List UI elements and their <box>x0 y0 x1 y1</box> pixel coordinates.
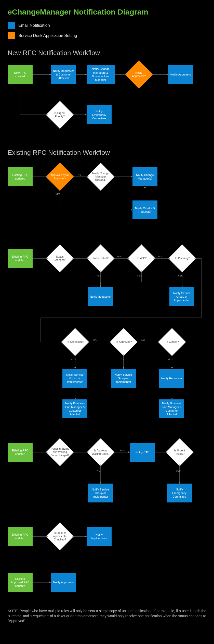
node-notify-req-cust: Notify Requester & Customer Affected <box>51 65 76 84</box>
node-notify-approvers-q: Notify Approvers? <box>125 60 153 89</box>
node-notify-cms: Notify Change Manager(s) <box>132 167 157 186</box>
node-to-planning-label: To Planning? <box>172 257 192 260</box>
node-notify-impl: Notify Implementer <box>87 527 112 546</box>
node-notify-sg-impl-c: Notify Service Group or Implementer <box>88 484 113 502</box>
node-to-approved: To Approved? <box>110 328 138 356</box>
node-to-closed: To Closed? <box>158 328 186 356</box>
label-yes-b5: YES <box>119 358 124 361</box>
node-notify-emergency-c: Notify Emergency Committee <box>167 484 192 502</box>
node-to-rejected-label: To Rejected? <box>91 257 110 260</box>
node-to-rejected: To Rejected? <box>87 244 115 272</box>
node-is-approval-code-label: Is Approval Waiting Code? <box>91 449 110 456</box>
node-email-impl-checked: Is Email to Implementer Checked? <box>46 522 74 550</box>
node-is-urgent-c: Is Urgent Priority? <box>166 438 194 466</box>
node-approved-all: Approved by all Approvers <box>46 163 74 191</box>
node-notify-approvers-e: Notify Approvers <box>51 573 76 592</box>
label-yes-b6: YES <box>168 358 173 361</box>
label-yes-c2: YES <box>176 470 181 472</box>
node-notify-requester-1: Notify Requester <box>88 287 113 306</box>
node-notify-creator-req: Notify Creator & Requester <box>132 200 157 219</box>
node-is-urgent-label: Is Urgent Priority? <box>50 111 70 118</box>
node-notify-approvers-q-label: Notify Approvers? <box>129 71 149 78</box>
page-title: eChangeManager Notification Diagram <box>8 8 206 16</box>
node-notify-approvers: Notify Approvers <box>168 65 193 84</box>
label-yes-b4: YES <box>71 358 76 361</box>
label-yes-b1: YES <box>96 274 101 277</box>
footnote: NOTE: People who have multiple roles wil… <box>8 609 206 624</box>
legend-email-label: Email Notification <box>18 23 50 28</box>
node-to-planning: To Planning? <box>168 244 196 272</box>
label-no-b4: NO <box>141 339 145 342</box>
node-notify-sg-impl-2: Notify Service Group or Implementer <box>62 369 87 388</box>
node-notify-sg-impl-1: Notify Service Group or Implementer <box>169 287 194 306</box>
swatch-blue-icon <box>8 22 15 29</box>
section-new-rfc: New RFC Notification Workflow <box>8 49 206 57</box>
node-existing-approved-updated: Existing Approved RFC updated <box>8 573 33 592</box>
node-existing-updated-c: Existing RFC updated <box>8 443 33 462</box>
node-is-urgent-c-label: Is Urgent Priority? <box>170 449 189 456</box>
label-yes-1: YES <box>56 193 61 195</box>
node-to-approved-label: To Approved? <box>114 340 133 344</box>
node-to-scheduled-label: To Scheduled? <box>65 340 85 344</box>
node-pending-changed: Pending Status and Waiting Code changed? <box>46 438 74 466</box>
node-notify-blm-cust-2: Notify Business Line Manager & Customer … <box>159 399 184 418</box>
node-status-changed: Status Changed? <box>46 244 74 272</box>
label-yes-c1: YES <box>120 449 125 452</box>
node-notify-cab: Notify CAB <box>130 443 155 462</box>
node-is-approval-code: Is Approval Waiting Code? <box>87 438 115 466</box>
node-existing-updated-d: Existing RFC updated <box>8 527 33 546</box>
node-email-impl-checked-label: Is Email to Implementer Checked? <box>50 531 70 541</box>
node-status-changed-label: Status Changed? <box>50 255 70 262</box>
label-yes-b2: YES <box>137 274 142 277</box>
node-approved-all-label: Approved by all Approvers <box>50 173 70 180</box>
node-existing-updated-a: Existing RFC updated <box>8 167 33 186</box>
label-no-b3: NO <box>93 339 97 342</box>
node-to-wip: To WIP? <box>127 244 155 272</box>
node-to-wip-label: To WIP? <box>132 257 151 260</box>
node-notify-cm-blm: Notify Change Managers & Business Line M… <box>87 65 115 84</box>
swatch-orange-icon <box>8 32 15 39</box>
node-is-urgent: Is Urgent Priority? <box>46 101 74 129</box>
node-pending-changed-label: Pending Status and Waiting Code changed? <box>50 447 70 457</box>
node-notify-sg-impl-3: Notify Service Group or Implementer <box>111 369 136 388</box>
node-notify-cm-checked-label: Notify Change Manager checked? <box>91 172 110 182</box>
node-notify-cm-checked: Notify Change Manager checked? <box>87 163 115 191</box>
label-yes-b3: YES <box>178 274 183 277</box>
legend-email: Email Notification <box>8 22 206 29</box>
label-no-b2: NO <box>158 255 162 258</box>
legend-setting-label: Service Desk Application Setting <box>18 33 77 38</box>
node-to-closed-label: To Closed? <box>162 340 182 344</box>
label-no-c1: NO <box>97 470 101 472</box>
label-no-1: NO <box>78 174 82 176</box>
section-existing-rfc: Existing RFC Notification Workflow <box>8 149 206 157</box>
node-existing-updated-b: Existing RFC updated <box>8 249 33 268</box>
legend-setting: Service Desk Application Setting <box>8 32 206 39</box>
node-new-rfc-created: New RFC created <box>8 65 33 84</box>
node-notify-emergency: Notify Emergency Committee <box>87 105 112 124</box>
node-notify-requester-2: Notify Requester <box>159 369 184 388</box>
node-to-scheduled: To Scheduled? <box>61 328 89 356</box>
node-notify-blm-cust-1: Notify Business Line Manager & Customer … <box>62 399 87 418</box>
label-no-b1: NO <box>117 255 121 258</box>
